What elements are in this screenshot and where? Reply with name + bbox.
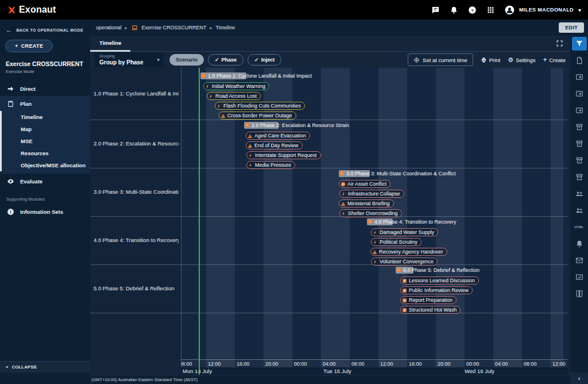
left-sidebar: ← BACK TO OPERATIONAL MODE + CREATE Exer… — [0, 20, 90, 373]
chip-scenario[interactable]: Scenario — [169, 54, 204, 66]
top-bar: Exonaut ? MILES MACDONALD ▾ — [0, 0, 588, 20]
axis-tick-label: 08:00 — [181, 361, 192, 367]
grouping-select[interactable]: Grouping Group by Phase ▾ — [95, 52, 164, 67]
plus-icon: + — [543, 56, 547, 63]
chat-icon[interactable] — [431, 6, 440, 14]
gantt-plot-area[interactable]: 1.0 Phase 1: Cyclone Landfall & Initial … — [181, 68, 567, 359]
archive-icon[interactable] — [572, 170, 587, 184]
inject-pill-initial-weather-warning[interactable]: Initial Weather Warning — [203, 82, 269, 90]
sidebar-item-timeline[interactable]: Timeline — [0, 111, 90, 123]
phase-icon — [339, 171, 345, 176]
settings-button[interactable]: ⚙ Settings — [508, 57, 535, 63]
inject-label: Media Pressure — [255, 162, 291, 168]
inject-label: Road Access Lost — [215, 93, 257, 99]
rail-collapse-button[interactable]: ‹ — [570, 373, 588, 384]
inject-pill-public-information-review[interactable]: Public Information Review — [400, 286, 473, 294]
inject-pill-volunteer-convergence[interactable]: Volunteer Convergence — [371, 258, 438, 266]
help-icon[interactable]: ? — [468, 6, 477, 14]
inject-pill-aged-care-evacuation[interactable]: Aged Care Evacuation — [246, 132, 310, 140]
right-tool-rail: HTML — [570, 36, 588, 373]
archive-icon[interactable] — [572, 137, 587, 151]
filter-icon[interactable] — [572, 37, 587, 51]
grid-icon[interactable] — [486, 6, 495, 14]
card-icon[interactable] — [572, 103, 587, 117]
axis-date-label: Wed 16 July — [465, 368, 494, 374]
breadcrumb-exercise[interactable]: Exercise CROSSCURRENT — [142, 25, 207, 30]
tab-timeline[interactable]: Timeline — [90, 36, 130, 52]
document-icon[interactable] — [572, 53, 587, 67]
gear-icon: ⚙ — [508, 57, 513, 63]
inject-pill-road-access-lost[interactable]: Road Access Lost — [207, 92, 261, 100]
inject-pill-air-asset-conflict[interactable]: Air Asset Conflict — [339, 180, 390, 188]
set-at-current-time-button[interactable]: Set at current time — [408, 53, 473, 66]
current-time-line[interactable] — [199, 68, 200, 375]
mail-icon[interactable] — [572, 254, 587, 267]
card-glyph — [575, 90, 583, 98]
inject-pill-media-pressure[interactable]: Media Pressure — [246, 161, 295, 169]
inject-label: Lessons Learned Discussion — [409, 278, 475, 283]
mail-glyph — [575, 256, 583, 264]
sidebar-item-map[interactable]: Map — [0, 123, 90, 135]
inject-pill-infrastructure-collapse[interactable]: Infrastructure Collapse — [339, 190, 404, 198]
note-icon — [402, 298, 407, 303]
inject-pill-cross-border-power-outage[interactable]: Cross-border Power Outage — [219, 112, 296, 120]
create-inject-button[interactable]: + Create — [543, 56, 566, 63]
conflict-icon — [341, 182, 346, 187]
chevron-down-icon: ▾ — [578, 7, 581, 13]
inject-pill-political-scrutiny[interactable]: Political Scrutiny — [371, 238, 421, 246]
card-check-icon[interactable] — [572, 270, 587, 284]
bolt-icon — [373, 240, 378, 245]
archive-icon[interactable] — [572, 120, 587, 134]
plus-icon: + — [15, 43, 18, 49]
sidebar-item-plan[interactable]: Plan — [0, 96, 90, 111]
book-icon[interactable] — [572, 287, 587, 301]
breadcrumb-separator-icon: ▸ — [210, 25, 212, 30]
fullscreen-icon[interactable] — [556, 40, 563, 47]
html-icon[interactable]: HTML — [572, 220, 587, 234]
inject-pill-structured-hot-wash[interactable]: Structured Hot Wash — [400, 306, 461, 314]
inject-pill-end-of-day-review[interactable]: End of Day Review — [246, 141, 303, 149]
inject-pill-ministerial-briefing[interactable]: Ministerial Briefing — [339, 199, 394, 208]
archive-icon[interactable] — [572, 153, 587, 167]
row-separator — [90, 120, 567, 120]
print-button[interactable]: Print — [481, 57, 501, 63]
inject-pill-damaged-water-supply[interactable]: Damaged Water Supply — [371, 228, 438, 236]
sidebar-item-direct[interactable]: Direct — [0, 81, 90, 96]
create-button[interactable]: + CREATE — [5, 40, 53, 52]
archive-glyph — [575, 140, 583, 148]
edit-button[interactable]: EDIT — [559, 22, 584, 33]
sidebar-item-mse[interactable]: MSE — [0, 135, 90, 147]
user-menu[interactable]: MILES MACDONALD ▾ — [505, 5, 581, 15]
main-area: operational ▸ Exercise CROSSCURRENT ▸ Ti… — [90, 20, 570, 384]
inject-pill-flash-flooding-cuts-communities[interactable]: Flash Flooding Cuts Communities — [215, 102, 305, 110]
people-icon[interactable] — [572, 187, 587, 201]
inject-pill-lessons-learned-discussion[interactable]: Lessons Learned Discussion — [400, 277, 479, 285]
warning-icon — [220, 113, 226, 118]
inject-pill-interstate-support-request[interactable]: Interstate Support Request — [246, 151, 321, 159]
archive-glyph — [575, 156, 583, 164]
info-icon — [7, 208, 14, 216]
inject-pill-recovery-agency-handover[interactable]: Recovery Agency Handover — [370, 248, 447, 256]
sidebar-item-resources[interactable]: Resources — [0, 147, 90, 159]
sidebar-item-evaluate[interactable]: Evaluate — [0, 174, 90, 189]
axis-date-label: Mon 14 July — [183, 368, 212, 374]
back-to-operational-mode-link[interactable]: ← BACK TO OPERATIONAL MODE — [0, 20, 90, 33]
breadcrumb-operational[interactable]: operational — [96, 25, 122, 30]
chip-inject[interactable]: ✓Inject — [247, 54, 281, 66]
chip-phase[interactable]: ✓Phase — [208, 54, 243, 66]
inject-pill-shelter-overcrowding[interactable]: Shelter Overcrowding — [339, 209, 402, 217]
people-icon[interactable] — [572, 203, 587, 217]
sidebar-collapse-button[interactable]: « COLLAPSE — [0, 361, 90, 373]
row-separator — [90, 216, 567, 217]
sidebar-item-information-sets[interactable]: Information Sets — [0, 204, 90, 219]
sidebar-item-label: Plan — [20, 101, 32, 107]
bolt-icon — [341, 191, 346, 197]
sidebar-item-objective-mse-allocation[interactable]: Objective/MSE allocation — [0, 159, 90, 171]
card-icon[interactable] — [572, 87, 587, 101]
inject-label: Initial Weather Warning — [212, 83, 265, 89]
bell-icon[interactable] — [450, 6, 458, 14]
inject-pill-report-preparation[interactable]: Report Preparation — [400, 296, 457, 304]
phase-icon — [201, 73, 206, 78]
card-icon[interactable] — [572, 70, 587, 84]
bell-icon[interactable] — [572, 237, 587, 251]
